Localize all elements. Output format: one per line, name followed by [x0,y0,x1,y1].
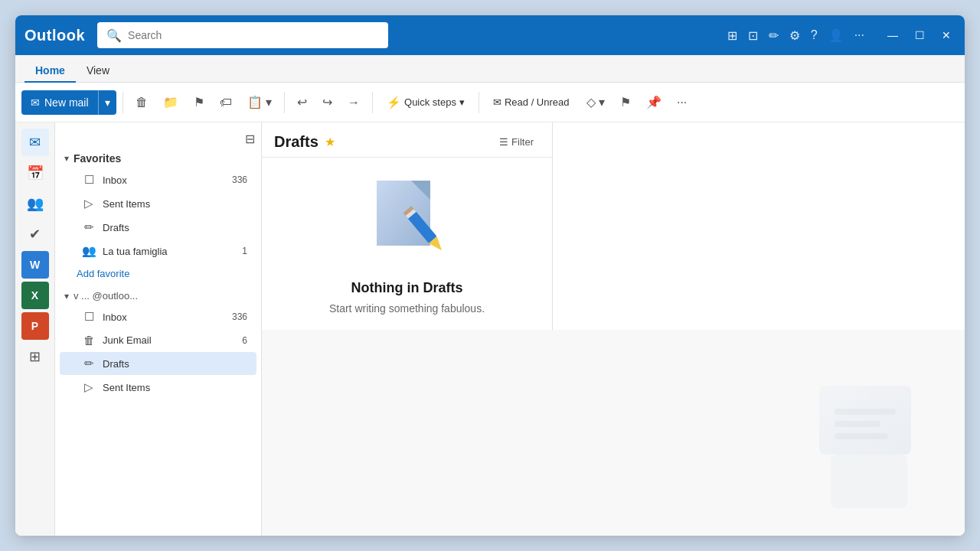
nav-item-inbox-favorites[interactable]: ☐ Inbox 336 [60,168,256,191]
excel-app-icon[interactable]: X [21,282,49,309]
tag-button[interactable]: 🏷 [214,90,238,115]
favorites-label: Favorites [74,152,121,165]
new-mail-dropdown-icon[interactable]: ▾ [99,90,116,115]
maximize-button[interactable]: ☐ [910,28,929,43]
family-count: 1 [242,246,247,256]
categories-button[interactable]: ◇ ▾ [580,90,611,115]
nav-item-junk[interactable]: 🗑 Junk Email 6 [60,329,256,351]
email-list-panel: Drafts ★ ☰ Filter [262,122,553,330]
favorites-chevron-icon: ▾ [64,153,69,164]
icon-bar: ✉ 📅 👥 ✔ W X P ⊞ [15,122,55,536]
tab-home[interactable]: Home [24,60,76,83]
sidebar: ⊟ ▾ Favorites ☐ Inbox 336 ▷ Sent Items ✏… [55,122,262,536]
help-icon[interactable]: ? [811,28,818,42]
svg-rect-10 [835,433,888,439]
powerpoint-app-icon[interactable]: P [21,312,49,340]
inbox-label: Inbox [103,174,226,186]
undo-button[interactable]: ↩ [291,90,313,115]
sidebar-item-people[interactable]: 👥 [21,190,49,217]
account-chevron-icon: ▾ [64,291,69,302]
window-controls: — ☐ ✕ [883,28,956,43]
inbox-account-icon: ☐ [81,310,96,324]
nav-item-family[interactable]: 👥 La tua famiglia 1 [60,240,256,262]
favorite-star-icon[interactable]: ★ [325,135,335,149]
svg-rect-11 [831,455,907,508]
nav-item-drafts-account[interactable]: ✏ Drafts [60,352,256,375]
more-icon[interactable]: ··· [854,28,864,42]
sidebar-collapse-button[interactable]: ⊟ [55,129,261,149]
sent-account-label: Sent Items [103,382,247,393]
redo-button[interactable]: ↪ [316,90,338,115]
word-app-icon[interactable]: W [21,251,49,279]
minimize-button[interactable]: — [883,28,903,43]
flag-toolbar-button[interactable]: ⚑ [614,90,637,115]
separator-4 [479,92,479,113]
empty-subtitle: Start writing something fabulous. [329,302,485,315]
sidebar-item-tasks[interactable]: ✔ [21,220,49,248]
move-button[interactable]: 📋 ▾ [241,90,278,115]
new-mail-button[interactable]: ✉ New mail ▾ [21,90,116,115]
read-unread-button[interactable]: ✉ Read / Unread [485,90,577,115]
add-favorite-button[interactable]: Add favorite [55,263,261,284]
account-name: v ... @outloo... [74,290,138,302]
account-icon[interactable]: 👤 [828,28,844,43]
title-bar: Outlook 🔍 ⊞ ⊡ ✏ ⚙ ? 👤 ··· — ☐ ✕ [15,15,965,55]
pin-button[interactable]: 📌 [640,90,668,115]
flag-button[interactable]: ⚑ [188,90,211,115]
inbox-icon: ☐ [81,173,96,187]
sent-icon: ▷ [81,197,96,210]
search-box[interactable]: 🔍 [97,22,388,48]
sidebar-item-calendar[interactable]: 📅 [21,159,49,187]
read-unread-envelope-icon: ✉ [493,96,501,108]
panel-header: Drafts ★ ☰ Filter [262,122,552,158]
tab-view[interactable]: View [76,60,120,83]
outlook-window: Outlook 🔍 ⊞ ⊡ ✏ ⚙ ? 👤 ··· — ☐ ✕ Home Vie… [15,15,965,536]
collapse-icon[interactable]: ⊟ [245,132,255,145]
separator-2 [284,92,285,113]
nav-item-sent-favorites[interactable]: ▷ Sent Items [60,192,256,215]
family-label: La tua famiglia [103,246,236,257]
sent-label: Sent Items [103,198,247,210]
nav-item-inbox-account[interactable]: ☐ Inbox 336 [60,305,256,328]
junk-label: Junk Email [103,334,236,346]
separator-3 [372,92,373,113]
search-icon: 🔍 [106,28,122,43]
filter-button[interactable]: ☰ Filter [493,133,540,151]
svg-rect-8 [835,409,896,415]
svg-rect-9 [835,421,880,427]
quick-steps-icon: ⚡ [387,96,401,109]
app-logo: Outlook [24,27,85,44]
favorites-section-header[interactable]: ▾ Favorites [55,149,261,168]
nav-item-sent-account[interactable]: ▷ Sent Items [60,376,256,399]
ghost-illustration [796,355,934,511]
main-area: ✉ 📅 👥 ✔ W X P ⊞ ⊟ ▾ Favorites ☐ Inbox 33… [15,122,965,536]
empty-title: Nothing in Drafts [351,280,463,296]
quick-steps-button[interactable]: ⚡ Quick steps ▾ [379,90,472,115]
read-unread-label: Read / Unread [505,96,570,108]
delete-button[interactable]: 🗑 [129,90,154,115]
filter-icon: ☰ [499,136,508,148]
archive-button[interactable]: 📁 [157,90,185,115]
svg-rect-7 [819,386,911,455]
settings-icon[interactable]: ⚙ [789,28,800,43]
apps-grid-icon[interactable]: ⊞ [727,28,737,43]
sidebar-item-mail[interactable]: ✉ [21,129,49,156]
inbox-account-count: 336 [232,311,247,322]
search-input[interactable] [128,29,379,41]
drafts-fav-icon: ✏ [81,220,96,234]
quick-steps-label: Quick steps [404,96,456,108]
inbox-count: 336 [232,174,247,185]
sent-account-icon: ▷ [81,380,96,394]
more-toolbar-button[interactable]: ··· [671,90,693,115]
close-button[interactable]: ✕ [937,28,956,43]
inbox-account-label: Inbox [103,311,226,323]
quick-steps-chevron-icon: ▾ [459,96,465,108]
nav-item-drafts-favorites[interactable]: ✏ Drafts [60,216,256,239]
compose-icon[interactable]: ✏ [769,28,779,43]
myapps-icon[interactable]: ⊡ [748,28,758,43]
account-section-header[interactable]: ▾ v ... @outloo... [55,287,261,305]
empty-state: Nothing in Drafts Start writing somethin… [262,158,552,330]
filter-label: Filter [511,136,534,148]
forward-button[interactable]: → [341,90,366,115]
sidebar-item-apps[interactable]: ⊞ [21,343,49,370]
